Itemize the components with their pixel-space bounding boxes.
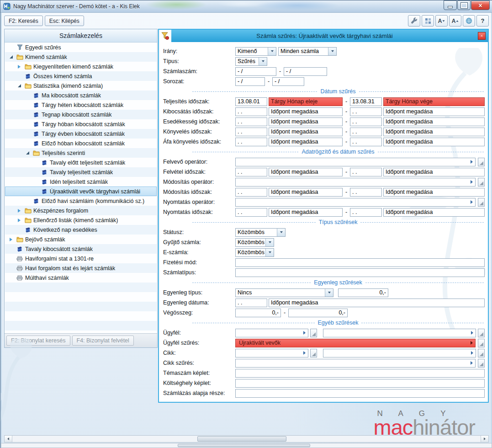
tree-item[interactable]: Tárgy héten kibocsátott számlák — [5, 100, 157, 110]
felvevo-operator-zoom-button[interactable] — [478, 158, 485, 166]
font-larger-button[interactable]: A — [449, 15, 461, 27]
gyujto-szamla-dropdown-arrow-icon[interactable] — [265, 239, 274, 246]
window-horizontal-scrollbar[interactable] — [1, 443, 492, 448]
tree-item[interactable]: Kiegyenlítetlen kimenő számlák — [5, 62, 157, 71]
cikk-szures-field[interactable] — [235, 359, 476, 368]
szamlazas-alapja-resze-input[interactable] — [235, 389, 485, 398]
layout-grid-button[interactable] — [422, 15, 434, 27]
language-globe-button[interactable] — [463, 15, 475, 27]
document-search-button[interactable]: F2: Bizonylat keresés — [6, 336, 70, 346]
close-button[interactable]: × — [471, 0, 490, 10]
tree-item[interactable]: Előző hóban kibocsátott számlák — [5, 139, 157, 148]
tree-item[interactable]: Tavaly teljesített számlák — [5, 167, 157, 177]
tree-item[interactable]: Összes kimenő számla — [5, 71, 157, 81]
egyenleg-tipus-dropdown[interactable]: Nincs — [235, 288, 333, 297]
vegosszeg-to-input[interactable]: 0,- — [288, 309, 348, 317]
tree-item[interactable]: Teljesítés szerinti — [5, 148, 157, 158]
afa-konyveles-idoszak-to-date-input[interactable]: . . — [350, 138, 382, 146]
panel-close-button[interactable]: × — [478, 32, 486, 40]
modositas-operator-field-picker-arrow-icon[interactable] — [469, 180, 475, 184]
tree-item[interactable]: Egyedi szűrés — [5, 43, 157, 52]
tree-item[interactable]: Ellenőrző listák (kimenő számlák) — [5, 215, 157, 225]
irany-direction-dropdown-arrow-icon[interactable] — [268, 48, 276, 55]
font-smaller-button[interactable]: A — [435, 15, 448, 27]
exit-button[interactable]: Esc: Kilépés — [45, 16, 84, 26]
tree-item[interactable]: Havi forgalom stat és lejárt számlák — [5, 263, 157, 273]
ugyfel-szures-field-picker-arrow-icon[interactable] — [469, 341, 475, 345]
gyujto-szamla-dropdown[interactable]: Közömbös — [235, 238, 274, 247]
tree-item[interactable]: Tavaly kibocsátott számlák — [5, 244, 157, 254]
expand-arrow-icon[interactable] — [15, 215, 23, 225]
modositas-operator-field[interactable] — [235, 178, 476, 187]
minimize-button[interactable] — [444, 0, 457, 10]
nyomtatas-idoszak-to-desc-input[interactable]: Időpont megadása — [383, 208, 485, 217]
tree-item[interactable]: Tárgy hóban kibocsátott számlák — [5, 119, 157, 129]
nyomtatas-operator-field[interactable] — [235, 198, 476, 207]
egyenleg-tipus-amount-input[interactable]: 0,- — [338, 288, 388, 297]
settings-wrench-button[interactable] — [408, 15, 420, 27]
cikk-code-field-picker-arrow-icon[interactable] — [302, 351, 307, 355]
expand-arrow-icon[interactable] — [7, 235, 15, 244]
konyveles-idoszak-to-desc-input[interactable]: Időpont megadása — [383, 128, 485, 136]
cikk-code-field[interactable] — [235, 349, 308, 357]
felvetel-idoszak-from-desc-input[interactable]: Időpont megadása — [269, 168, 343, 176]
ugyfel-code-zoom-button[interactable] — [310, 329, 317, 337]
kibocsatas-idoszak-to-date-input[interactable]: . . — [350, 107, 382, 116]
modositas-idoszak-from-desc-input[interactable]: Időpont megadása — [269, 188, 343, 197]
teljesites-idoszak-to-desc-input[interactable]: Tárgy Hónap vége — [383, 97, 485, 106]
irany-scope-dropdown-arrow-icon[interactable] — [328, 48, 336, 55]
vegosszeg-from-input[interactable]: 0,- — [235, 309, 281, 317]
felvevo-operator-field[interactable] — [235, 158, 476, 166]
tree-item[interactable]: Idén teljesített számlák — [5, 177, 157, 187]
ugyfel-name-field[interactable] — [323, 329, 476, 337]
modositas-idoszak-to-desc-input[interactable]: Időpont megadása — [383, 188, 485, 197]
tree-item[interactable]: Statisztika (kimenő számla) — [5, 81, 157, 91]
sorozat-to-input[interactable]: - / — [272, 77, 304, 86]
szamlaszam-from-input[interactable]: - / — [235, 67, 276, 76]
cikk-szures-zoom-button[interactable] — [478, 359, 485, 368]
tree-item[interactable]: Múlthavi számlák — [5, 273, 157, 283]
scrollbar-track[interactable] — [1, 443, 492, 448]
tree-item[interactable]: Készpénzes forgalom — [5, 206, 157, 215]
scroll-left-arrow[interactable] — [5, 436, 12, 442]
tree-item[interactable]: Tárgy évben kibocsátott számlák — [5, 129, 157, 139]
nyomtatas-idoszak-to-date-input[interactable]: . . — [350, 208, 382, 217]
teljesites-idoszak-from-date-input[interactable]: 13.08.01 — [235, 97, 267, 106]
collapse-arrow-icon[interactable] — [15, 81, 23, 91]
help-button[interactable]: ? — [476, 15, 489, 27]
statusz-dropdown[interactable]: Közömbös — [235, 228, 286, 237]
cikk-name-field-picker-arrow-icon[interactable] — [469, 351, 475, 355]
tree-item[interactable]: Tavaly előtt teljesített számlák — [5, 158, 157, 167]
nyomtatas-idoszak-from-date-input[interactable]: . . — [235, 208, 267, 217]
esedekesseg-idoszak-from-date-input[interactable]: . . — [235, 117, 267, 126]
e-szamla-dropdown[interactable]: Közömbös — [235, 248, 274, 257]
esedekesseg-idoszak-from-desc-input[interactable]: Időpont megadása — [269, 117, 343, 126]
tree-item[interactable]: Következő nap esedékes — [5, 225, 157, 235]
esedekesseg-idoszak-to-date-input[interactable]: . . — [350, 117, 382, 126]
e-szamla-dropdown-arrow-icon[interactable] — [265, 249, 274, 256]
ugyfel-szures-zoom-button[interactable] — [478, 339, 485, 347]
kibocsatas-idoszak-from-desc-input[interactable]: Időpont megadása — [269, 107, 343, 116]
modositas-operator-zoom-button[interactable] — [478, 178, 485, 187]
collapse-arrow-icon[interactable] — [7, 52, 15, 62]
nyomtatas-operator-field-picker-arrow-icon[interactable] — [469, 200, 475, 204]
teljesites-idoszak-from-desc-input[interactable]: Tárgy Hónap eleje — [269, 97, 343, 106]
collapse-arrow-icon[interactable] — [23, 148, 32, 158]
tree-item[interactable]: Bejövő számlák — [5, 235, 157, 244]
expand-arrow-icon[interactable] — [15, 62, 23, 71]
teljesites-idoszak-to-date-input[interactable]: 13.08.31 — [350, 97, 382, 106]
cikk-code-zoom-button[interactable] — [310, 349, 317, 357]
nyomtatas-idoszak-from-desc-input[interactable]: Időpont megadása — [269, 208, 343, 217]
nyomtatas-operator-zoom-button[interactable] — [478, 198, 485, 207]
tipus-dropdown-arrow-icon[interactable] — [259, 58, 267, 65]
tree-item[interactable]: Haviforgalmi stat a 1301-re — [5, 254, 157, 263]
afa-konyveles-idoszak-to-desc-input[interactable]: Időpont megadása — [383, 138, 485, 146]
scrollbar-thumb[interactable] — [178, 444, 310, 447]
document-create-button[interactable]: F4: Bizonylat felvétel — [72, 336, 134, 346]
tree-item[interactable]: Kimenő számlák — [5, 52, 157, 62]
cikk-name-zoom-button[interactable] — [478, 349, 485, 357]
konyveles-idoszak-to-date-input[interactable]: . . — [350, 128, 382, 136]
ugyfel-code-field-picker-arrow-icon[interactable] — [302, 331, 307, 335]
cikk-szures-field-picker-arrow-icon[interactable] — [469, 361, 475, 365]
modositas-idoszak-from-date-input[interactable]: . . — [235, 188, 267, 197]
